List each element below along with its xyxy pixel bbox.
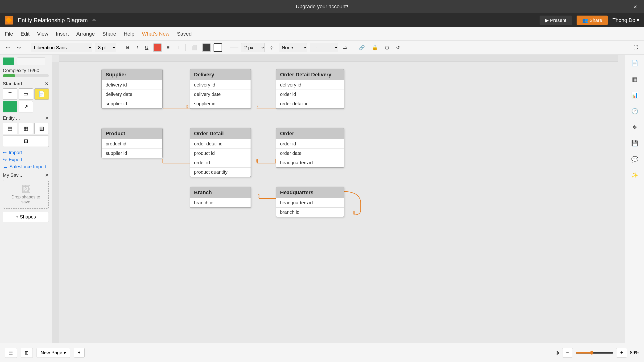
- entity-shape-4[interactable]: ⊞: [3, 136, 49, 147]
- present-button[interactable]: ▶ Present: [540, 16, 572, 25]
- font-color-picker[interactable]: [153, 43, 162, 52]
- menu-help[interactable]: Help: [124, 31, 134, 37]
- entity-product[interactable]: Product product id supplier id: [101, 128, 163, 158]
- text-format-button[interactable]: T: [174, 44, 182, 52]
- menu-file[interactable]: File: [5, 31, 13, 37]
- entity-headquarters[interactable]: Headquarters headquarters id branch id: [276, 187, 344, 217]
- reverse-button[interactable]: ⇄: [341, 44, 349, 52]
- reset-button[interactable]: ↺: [394, 44, 402, 52]
- italic-button[interactable]: I: [134, 44, 140, 52]
- entity-shape-1[interactable]: ▤: [3, 123, 17, 134]
- user-name[interactable]: Thong Do ▾: [612, 17, 639, 23]
- drop-zone-icon: 🖼: [7, 184, 44, 195]
- entity-branch[interactable]: Branch branch id: [190, 187, 251, 208]
- line-color-picker[interactable]: [214, 43, 222, 52]
- new-page-button[interactable]: New Page ▾: [36, 348, 70, 358]
- right-icon-table[interactable]: ▦: [629, 74, 640, 85]
- to-front-button[interactable]: ⬡: [383, 44, 391, 52]
- rect-shape[interactable]: ▭: [18, 88, 33, 100]
- align-button[interactable]: ≡: [164, 44, 172, 52]
- entity-supplier-field-1: delivery id: [102, 80, 162, 90]
- right-icon-clock[interactable]: 🕐: [629, 106, 640, 117]
- svg-text:|{: |{: [186, 104, 188, 108]
- fullscreen-button[interactable]: ⛶: [631, 44, 640, 52]
- fill-color-picker[interactable]: [202, 43, 211, 52]
- shapes-button[interactable]: + Shapes: [3, 212, 49, 222]
- entity-order[interactable]: Order order id order date headquarters i…: [276, 128, 344, 168]
- right-icon-sparkle[interactable]: ✨: [629, 170, 640, 181]
- text-shape[interactable]: T: [3, 88, 17, 100]
- waypoint-button[interactable]: ⊹: [268, 44, 276, 52]
- entity-product-field-1: product id: [102, 139, 162, 149]
- entity-order-detail-delivery[interactable]: Order Detail Delivery delivery id order …: [276, 69, 344, 109]
- section-entity[interactable]: Entity ... ✕: [3, 115, 49, 121]
- svg-text:|: |: [162, 158, 163, 162]
- right-icon-save[interactable]: 💾: [629, 138, 640, 149]
- upgrade-link[interactable]: Upgrade your account!: [296, 4, 348, 10]
- entity-supplier[interactable]: Supplier delivery id delivery date suppl…: [101, 69, 163, 109]
- right-sidebar: 📄 ▦ 📊 🕐 ❖ 💾 💬 ✨: [625, 55, 644, 343]
- diagram-canvas[interactable]: |{ }| ⊁ | { }| || ⊁ || }|: [59, 62, 625, 343]
- right-icon-chat[interactable]: 💬: [629, 154, 640, 165]
- svg-text:}|: }|: [258, 194, 260, 198]
- section-standard[interactable]: Standard ✕: [3, 81, 49, 86]
- salesforce-item[interactable]: ☁ Salesforce Import: [3, 164, 49, 170]
- export-item[interactable]: ↪ Export: [3, 157, 49, 162]
- entity-delivery[interactable]: Delivery delivery id delivery date suppl…: [190, 69, 251, 109]
- arrow-style-select[interactable]: →: [310, 43, 338, 52]
- toolbar-sep-2: [120, 44, 120, 52]
- left-sidebar: Complexity 16/60 Standard ✕ T ▭ 📄 ↗ Enti…: [0, 55, 52, 343]
- menu-saved[interactable]: Saved: [177, 31, 192, 37]
- right-icon-chart[interactable]: 📊: [629, 90, 640, 101]
- menu-edit[interactable]: Edit: [20, 31, 30, 37]
- entity-headquarters-field-2: branch id: [276, 208, 344, 217]
- zoom-out-button[interactable]: −: [562, 348, 573, 358]
- section-my-saved[interactable]: My Sav... ✕: [3, 172, 49, 178]
- canvas-area[interactable]: |{ }| ⊁ | { }| || ⊁ || }|: [52, 55, 625, 343]
- entity-order-detail[interactable]: Order Detail order detail id product id …: [190, 128, 251, 177]
- app-icon: 🔶: [5, 16, 13, 24]
- complexity-fill: [3, 74, 15, 77]
- shape-grid-entity: ▤ ▦ ▧ ⊞: [3, 123, 49, 147]
- right-icon-page[interactable]: 📄: [629, 58, 640, 69]
- line-width-select[interactable]: 2 px: [241, 43, 265, 52]
- toolbar-sep-4: [226, 44, 226, 52]
- color-swatch-light[interactable]: [17, 58, 45, 65]
- menu-insert[interactable]: Insert: [56, 31, 69, 37]
- bold-button[interactable]: B: [124, 44, 132, 52]
- zoom-slider[interactable]: [576, 351, 613, 355]
- undo-button[interactable]: ↩: [4, 44, 12, 52]
- shape-button[interactable]: ⬜: [189, 44, 200, 52]
- underline-button[interactable]: U: [143, 44, 150, 52]
- add-page-button[interactable]: +: [74, 348, 85, 358]
- lock-button[interactable]: 🔒: [370, 44, 380, 52]
- menu-whats-new[interactable]: What's New: [142, 31, 170, 37]
- zoom-fit-icon[interactable]: ⊕: [555, 350, 559, 356]
- font-select[interactable]: Liberation Sans: [31, 43, 92, 52]
- sticky-shape[interactable]: 📄: [34, 88, 49, 100]
- link-button[interactable]: 🔗: [357, 44, 367, 52]
- notification-close[interactable]: ×: [634, 3, 637, 10]
- zoom-in-button[interactable]: +: [616, 348, 627, 358]
- font-size-select[interactable]: 8 pt: [95, 43, 116, 52]
- entity-shape-3[interactable]: ▧: [34, 123, 49, 134]
- menu-view[interactable]: View: [37, 31, 48, 37]
- import-item[interactable]: ↩ Import: [3, 150, 49, 155]
- color-swatch-green[interactable]: [3, 58, 14, 65]
- drop-zone[interactable]: 🖼 Drop shapes to save: [3, 180, 49, 209]
- grid-view-button[interactable]: ⊞: [21, 348, 33, 358]
- entity-order-detail-header: Order Detail: [190, 128, 250, 139]
- entity-shape-2[interactable]: ▦: [18, 123, 33, 134]
- redo-button[interactable]: ↪: [15, 44, 23, 52]
- doc-title[interactable]: Entity Relationship Diagram: [18, 17, 88, 24]
- right-icon-layers[interactable]: ❖: [629, 122, 640, 133]
- connection-style-select[interactable]: None: [279, 43, 307, 52]
- green-shape[interactable]: [3, 101, 17, 112]
- arrow-shape[interactable]: ↗: [18, 101, 33, 112]
- share-button[interactable]: 👥 Share: [576, 16, 608, 25]
- menu-share[interactable]: Share: [102, 31, 116, 37]
- zoom-controls: ⊕ − + 89%: [555, 348, 639, 358]
- list-view-button[interactable]: ☰: [5, 348, 17, 358]
- edit-icon[interactable]: ✏: [92, 18, 96, 23]
- menu-arrange[interactable]: Arrange: [76, 31, 95, 37]
